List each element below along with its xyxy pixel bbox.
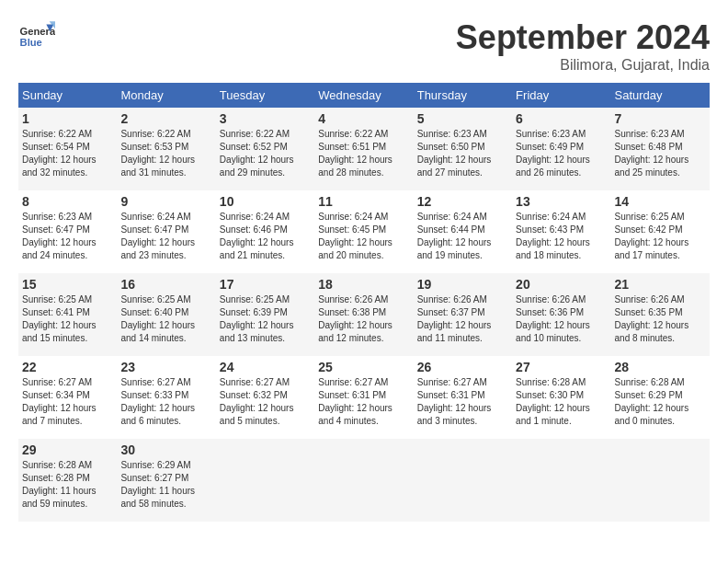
calendar-cell: 24 Sunrise: 6:27 AMSunset: 6:32 PMDaylig… bbox=[216, 356, 314, 439]
day-number: 19 bbox=[417, 277, 508, 292]
day-number: 2 bbox=[120, 111, 211, 126]
day-info: Sunrise: 6:25 AMSunset: 6:40 PMDaylight:… bbox=[120, 293, 211, 345]
calendar-cell: 12 Sunrise: 6:24 AMSunset: 6:44 PMDaylig… bbox=[414, 190, 512, 273]
day-number: 4 bbox=[318, 111, 409, 126]
calendar-week-row: 22 Sunrise: 6:27 AMSunset: 6:34 PMDaylig… bbox=[18, 356, 710, 439]
calendar-cell: 13 Sunrise: 6:24 AMSunset: 6:43 PMDaylig… bbox=[512, 190, 610, 273]
day-number: 6 bbox=[516, 111, 607, 126]
weekday-header: Tuesday bbox=[216, 83, 314, 108]
day-info: Sunrise: 6:27 AMSunset: 6:32 PMDaylight:… bbox=[220, 376, 311, 428]
day-number: 23 bbox=[120, 360, 211, 374]
calendar-cell: 4 Sunrise: 6:22 AMSunset: 6:51 PMDayligh… bbox=[314, 108, 413, 190]
calendar-cell: 18 Sunrise: 6:26 AMSunset: 6:38 PMDaylig… bbox=[314, 273, 413, 356]
day-info: Sunrise: 6:27 AMSunset: 6:31 PMDaylight:… bbox=[417, 376, 508, 428]
day-number: 16 bbox=[120, 277, 211, 292]
day-number: 20 bbox=[516, 277, 607, 292]
calendar-cell: 17 Sunrise: 6:25 AMSunset: 6:39 PMDaylig… bbox=[216, 273, 314, 356]
day-info: Sunrise: 6:24 AMSunset: 6:47 PMDaylight:… bbox=[120, 211, 211, 262]
day-number: 27 bbox=[516, 360, 607, 374]
svg-text:Blue: Blue bbox=[20, 37, 42, 48]
day-info: Sunrise: 6:22 AMSunset: 6:52 PMDaylight:… bbox=[220, 128, 311, 179]
calendar-cell: 26 Sunrise: 6:27 AMSunset: 6:31 PMDaylig… bbox=[414, 356, 512, 439]
calendar-cell bbox=[611, 439, 710, 522]
day-number: 13 bbox=[516, 194, 607, 209]
calendar-cell bbox=[314, 439, 413, 522]
day-info: Sunrise: 6:28 AMSunset: 6:29 PMDaylight:… bbox=[615, 376, 706, 428]
day-number: 5 bbox=[417, 111, 508, 126]
calendar-cell: 23 Sunrise: 6:27 AMSunset: 6:33 PMDaylig… bbox=[117, 356, 215, 439]
day-number: 29 bbox=[22, 442, 113, 457]
day-info: Sunrise: 6:23 AMSunset: 6:48 PMDaylight:… bbox=[615, 128, 706, 179]
day-info: Sunrise: 6:25 AMSunset: 6:39 PMDaylight:… bbox=[220, 293, 311, 345]
calendar-cell: 19 Sunrise: 6:26 AMSunset: 6:37 PMDaylig… bbox=[414, 273, 512, 356]
day-number: 25 bbox=[318, 360, 409, 374]
calendar-cell bbox=[414, 439, 512, 522]
calendar-week-row: 1 Sunrise: 6:22 AMSunset: 6:54 PMDayligh… bbox=[18, 108, 710, 190]
calendar-cell: 20 Sunrise: 6:26 AMSunset: 6:36 PMDaylig… bbox=[512, 273, 610, 356]
day-info: Sunrise: 6:26 AMSunset: 6:37 PMDaylight:… bbox=[417, 293, 508, 345]
calendar-cell: 28 Sunrise: 6:28 AMSunset: 6:29 PMDaylig… bbox=[611, 356, 710, 439]
page-header: General Blue September 2024 Bilimora, Gu… bbox=[18, 18, 710, 74]
calendar-cell bbox=[512, 439, 610, 522]
day-number: 12 bbox=[417, 194, 508, 209]
calendar-cell: 27 Sunrise: 6:28 AMSunset: 6:30 PMDaylig… bbox=[512, 356, 610, 439]
day-number: 30 bbox=[120, 442, 211, 457]
calendar-cell: 2 Sunrise: 6:22 AMSunset: 6:53 PMDayligh… bbox=[117, 108, 215, 190]
calendar-cell bbox=[216, 439, 314, 522]
day-info: Sunrise: 6:25 AMSunset: 6:42 PMDaylight:… bbox=[615, 211, 706, 262]
day-number: 1 bbox=[22, 111, 113, 126]
day-info: Sunrise: 6:23 AMSunset: 6:47 PMDaylight:… bbox=[22, 211, 113, 262]
day-info: Sunrise: 6:26 AMSunset: 6:36 PMDaylight:… bbox=[516, 293, 607, 345]
calendar-cell: 21 Sunrise: 6:26 AMSunset: 6:35 PMDaylig… bbox=[611, 273, 710, 356]
day-number: 8 bbox=[22, 194, 113, 209]
weekday-header: Sunday bbox=[18, 83, 117, 108]
day-info: Sunrise: 6:29 AMSunset: 6:27 PMDaylight:… bbox=[120, 459, 211, 511]
calendar-cell: 5 Sunrise: 6:23 AMSunset: 6:50 PMDayligh… bbox=[414, 108, 512, 190]
day-number: 9 bbox=[120, 194, 211, 209]
day-number: 7 bbox=[615, 111, 706, 126]
weekday-header-row: SundayMondayTuesdayWednesdayThursdayFrid… bbox=[18, 83, 710, 108]
calendar-cell: 30 Sunrise: 6:29 AMSunset: 6:27 PMDaylig… bbox=[117, 439, 215, 522]
day-number: 28 bbox=[615, 360, 706, 374]
day-info: Sunrise: 6:26 AMSunset: 6:35 PMDaylight:… bbox=[615, 293, 706, 345]
day-number: 18 bbox=[318, 277, 409, 292]
day-number: 24 bbox=[220, 360, 311, 374]
day-number: 15 bbox=[22, 277, 113, 292]
day-number: 21 bbox=[615, 277, 706, 292]
calendar-cell: 14 Sunrise: 6:25 AMSunset: 6:42 PMDaylig… bbox=[611, 190, 710, 273]
title-block: September 2024 Bilimora, Gujarat, India bbox=[456, 18, 710, 74]
month-title: September 2024 bbox=[456, 18, 710, 57]
day-info: Sunrise: 6:24 AMSunset: 6:46 PMDaylight:… bbox=[220, 211, 311, 262]
calendar-week-row: 15 Sunrise: 6:25 AMSunset: 6:41 PMDaylig… bbox=[18, 273, 710, 356]
calendar-cell: 15 Sunrise: 6:25 AMSunset: 6:41 PMDaylig… bbox=[18, 273, 117, 356]
location: Bilimora, Gujarat, India bbox=[456, 57, 710, 74]
calendar-cell: 8 Sunrise: 6:23 AMSunset: 6:47 PMDayligh… bbox=[18, 190, 117, 273]
weekday-header: Thursday bbox=[414, 83, 512, 108]
day-info: Sunrise: 6:22 AMSunset: 6:51 PMDaylight:… bbox=[318, 128, 409, 179]
day-info: Sunrise: 6:27 AMSunset: 6:34 PMDaylight:… bbox=[22, 376, 113, 428]
calendar-cell: 25 Sunrise: 6:27 AMSunset: 6:31 PMDaylig… bbox=[314, 356, 413, 439]
calendar-cell: 22 Sunrise: 6:27 AMSunset: 6:34 PMDaylig… bbox=[18, 356, 117, 439]
calendar-cell: 9 Sunrise: 6:24 AMSunset: 6:47 PMDayligh… bbox=[117, 190, 215, 273]
day-info: Sunrise: 6:26 AMSunset: 6:38 PMDaylight:… bbox=[318, 293, 409, 345]
calendar-cell: 1 Sunrise: 6:22 AMSunset: 6:54 PMDayligh… bbox=[18, 108, 117, 190]
day-number: 14 bbox=[615, 194, 706, 209]
day-info: Sunrise: 6:24 AMSunset: 6:45 PMDaylight:… bbox=[318, 211, 409, 262]
calendar-cell: 7 Sunrise: 6:23 AMSunset: 6:48 PMDayligh… bbox=[611, 108, 710, 190]
day-info: Sunrise: 6:23 AMSunset: 6:50 PMDaylight:… bbox=[417, 128, 508, 179]
calendar-cell: 29 Sunrise: 6:28 AMSunset: 6:28 PMDaylig… bbox=[18, 439, 117, 522]
day-number: 11 bbox=[318, 194, 409, 209]
day-info: Sunrise: 6:23 AMSunset: 6:49 PMDaylight:… bbox=[516, 128, 607, 179]
calendar-cell: 6 Sunrise: 6:23 AMSunset: 6:49 PMDayligh… bbox=[512, 108, 610, 190]
weekday-header: Friday bbox=[512, 83, 610, 108]
logo-icon: General Blue bbox=[18, 18, 55, 55]
calendar-cell: 10 Sunrise: 6:24 AMSunset: 6:46 PMDaylig… bbox=[216, 190, 314, 273]
day-info: Sunrise: 6:24 AMSunset: 6:44 PMDaylight:… bbox=[417, 211, 508, 262]
calendar-cell: 11 Sunrise: 6:24 AMSunset: 6:45 PMDaylig… bbox=[314, 190, 413, 273]
day-info: Sunrise: 6:27 AMSunset: 6:33 PMDaylight:… bbox=[120, 376, 211, 428]
calendar-week-row: 8 Sunrise: 6:23 AMSunset: 6:47 PMDayligh… bbox=[18, 190, 710, 273]
day-info: Sunrise: 6:28 AMSunset: 6:28 PMDaylight:… bbox=[22, 459, 113, 511]
calendar-cell: 16 Sunrise: 6:25 AMSunset: 6:40 PMDaylig… bbox=[117, 273, 215, 356]
day-info: Sunrise: 6:28 AMSunset: 6:30 PMDaylight:… bbox=[516, 376, 607, 428]
calendar-week-row: 29 Sunrise: 6:28 AMSunset: 6:28 PMDaylig… bbox=[18, 439, 710, 522]
